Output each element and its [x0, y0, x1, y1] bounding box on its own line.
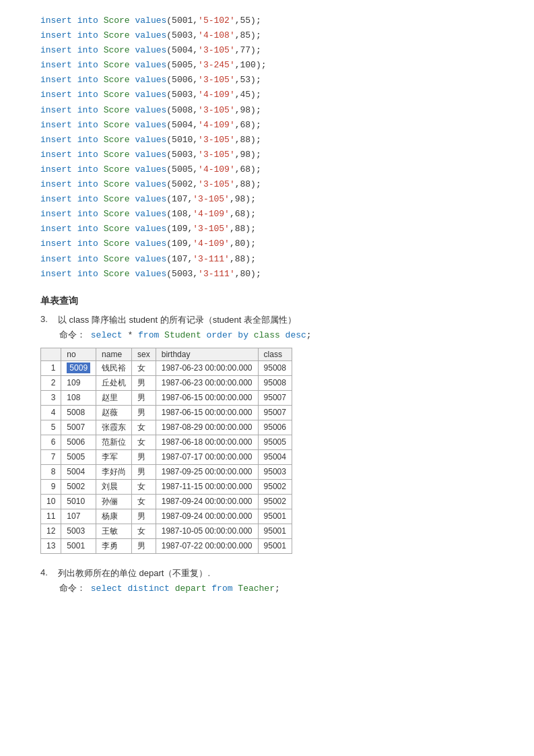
- table-cell: 钱民裕: [96, 360, 132, 375]
- table-body: 15009钱民裕女1987-06-23 00:00:00.00095008210…: [41, 360, 292, 553]
- insert-block: insert into Score values(5001,'5-102',55…: [40, 13, 494, 282]
- section-title: 单表查询: [40, 295, 494, 307]
- table-header: nonamesexbirthdayclass: [41, 348, 292, 360]
- q4-number: 4.: [40, 567, 54, 579]
- table-cell: 11: [41, 509, 61, 524]
- table-cell: 范新位: [96, 435, 132, 449]
- table-row: 85004李好尚男1987-09-25 00:00:00.00095003: [41, 464, 292, 479]
- q3-number: 3.: [40, 314, 54, 326]
- table-cell: 4: [41, 405, 61, 420]
- table-cell: 女: [132, 479, 156, 494]
- table-cell: 1987-06-15 00:00:00.000: [156, 390, 258, 405]
- insert-line: insert into Score values(5005,'3-245',10…: [40, 58, 494, 73]
- column-header: name: [96, 348, 132, 360]
- table-row: 75005李军男1987-07-17 00:00:00.00095004: [41, 449, 292, 464]
- table-cell: 1987-07-17 00:00:00.000: [156, 449, 258, 464]
- table-cell: 5: [41, 420, 61, 435]
- table-row: 105010孙俪女1987-09-24 00:00:00.00095002: [41, 494, 292, 509]
- table-cell: 5001: [61, 538, 96, 553]
- table-cell: 丘处机: [96, 375, 132, 390]
- question-4: 4. 列出教师所在的单位 depart（不重复）.: [40, 567, 494, 579]
- table-cell: 男: [132, 375, 156, 390]
- table-cell: 5003: [61, 524, 96, 538]
- table-cell: 12: [41, 524, 61, 538]
- table-cell: 107: [61, 509, 96, 524]
- table-cell: 女: [132, 524, 156, 538]
- table-row: 15009钱民裕女1987-06-23 00:00:00.00095008: [41, 360, 292, 375]
- table-cell: 女: [132, 494, 156, 509]
- table-cell: 1987-07-22 00:00:00.000: [156, 538, 258, 553]
- table-cell: 1987-10-05 00:00:00.000: [156, 524, 258, 538]
- table-row: 55007张霞东女1987-08-29 00:00:00.00095006: [41, 420, 292, 435]
- table-cell: 1987-06-23 00:00:00.000: [156, 375, 258, 390]
- table-cell: 赵薇: [96, 405, 132, 420]
- insert-line: insert into Score values(107,'3-111',88)…: [40, 252, 494, 267]
- table-cell: 95002: [258, 479, 292, 494]
- table-row: 2109丘处机男1987-06-23 00:00:00.00095008: [41, 375, 292, 390]
- table-cell: 张霞东: [96, 420, 132, 435]
- table-cell: 1987-09-25 00:00:00.000: [156, 464, 258, 479]
- table-cell: 95001: [258, 509, 292, 524]
- table-cell: 王敏: [96, 524, 132, 538]
- table-cell: 5007: [61, 420, 96, 435]
- table-cell: 1987-08-29 00:00:00.000: [156, 420, 258, 435]
- insert-line: insert into Score values(5006,'3-105',53…: [40, 73, 494, 88]
- table-cell: 2: [41, 375, 61, 390]
- table-cell: 女: [132, 360, 156, 375]
- column-header: class: [258, 348, 292, 360]
- q3-command-line: 命令： select * from Student order by class…: [59, 329, 494, 341]
- table-cell: 95008: [258, 375, 292, 390]
- column-header: birthday: [156, 348, 258, 360]
- table-cell: 108: [61, 390, 96, 405]
- column-header: no: [61, 348, 96, 360]
- q3-command-code: select * from Student order by class des…: [91, 330, 312, 340]
- table-cell: 7: [41, 449, 61, 464]
- table-cell: 3: [41, 390, 61, 405]
- insert-line: insert into Score values(109,'4-109',80)…: [40, 237, 494, 251]
- table-row: 11107杨康男1987-09-24 00:00:00.00095001: [41, 509, 292, 524]
- insert-line: insert into Score values(5001,'5-102',55…: [40, 13, 494, 28]
- insert-line: insert into Score values(107,'3-105',98)…: [40, 192, 494, 207]
- insert-line: insert into Score values(5003,'3-105',98…: [40, 148, 494, 162]
- table-cell: 李勇: [96, 538, 132, 553]
- table-cell: 95007: [258, 390, 292, 405]
- table-cell: 1987-06-23 00:00:00.000: [156, 360, 258, 375]
- table-cell: 1987-06-15 00:00:00.000: [156, 405, 258, 420]
- table-cell: 9: [41, 479, 61, 494]
- q4-command-code: select distinct depart from Teacher;: [91, 584, 280, 594]
- table-cell: 5010: [61, 494, 96, 509]
- table-cell: 1987-11-15 00:00:00.000: [156, 479, 258, 494]
- insert-line: insert into Score values(5004,'4-109',68…: [40, 118, 494, 133]
- table-cell: 95006: [258, 420, 292, 435]
- table-row: 45008赵薇男1987-06-15 00:00:00.00095007: [41, 405, 292, 420]
- table-cell: 孙俪: [96, 494, 132, 509]
- insert-line: insert into Score values(5003,'4-109',45…: [40, 88, 494, 102]
- table-cell: 95005: [258, 435, 292, 449]
- insert-line: insert into Score values(5003,'4-108',85…: [40, 28, 494, 43]
- table-row: 125003王敏女1987-10-05 00:00:00.00095001: [41, 524, 292, 538]
- q4-text: 列出教师所在的单位 depart（不重复）.: [58, 567, 210, 579]
- highlighted-cell: 5009: [67, 363, 90, 373]
- table-cell: 5008: [61, 405, 96, 420]
- table-cell: 109: [61, 375, 96, 390]
- table-cell: 杨康: [96, 509, 132, 524]
- insert-line: insert into Score values(5005,'4-109',68…: [40, 162, 494, 177]
- table-cell: 1987-09-24 00:00:00.000: [156, 494, 258, 509]
- column-header: sex: [132, 348, 156, 360]
- table-row: 95002刘晨女1987-11-15 00:00:00.00095002: [41, 479, 292, 494]
- table-cell: 男: [132, 538, 156, 553]
- table-cell: 5002: [61, 479, 96, 494]
- insert-line: insert into Score values(5002,'3-105',88…: [40, 177, 494, 192]
- table-cell: 5006: [61, 435, 96, 449]
- table-cell: 女: [132, 435, 156, 449]
- table-cell: 李好尚: [96, 464, 132, 479]
- table-cell: 女: [132, 420, 156, 435]
- table-cell: 5004: [61, 464, 96, 479]
- table-row: 135001李勇男1987-07-22 00:00:00.00095001: [41, 538, 292, 553]
- table-cell: 95001: [258, 524, 292, 538]
- insert-line: insert into Score values(5003,'3-111',80…: [40, 267, 494, 282]
- insert-line: insert into Score values(5010,'3-105',88…: [40, 133, 494, 148]
- table-cell: 5009: [61, 360, 96, 375]
- table-cell: 95008: [258, 360, 292, 375]
- table-cell: 95007: [258, 405, 292, 420]
